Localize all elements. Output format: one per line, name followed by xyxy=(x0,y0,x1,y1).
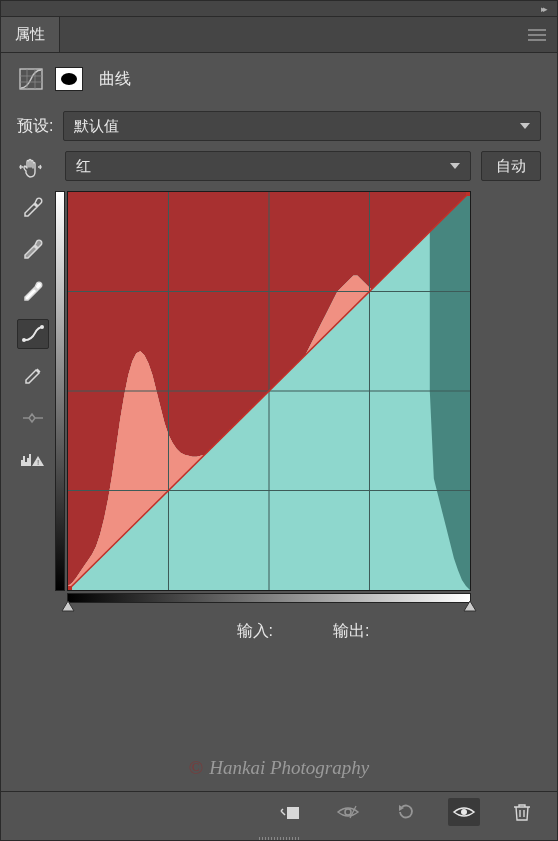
preset-select[interactable]: 默认值 xyxy=(63,111,541,141)
smooth-curve-button[interactable] xyxy=(17,403,49,433)
eyedropper-gray-tool[interactable] xyxy=(17,235,49,265)
adjustment-type-row: 曲线 xyxy=(1,53,557,105)
smooth-icon xyxy=(21,409,45,427)
preset-value: 默认值 xyxy=(74,117,119,136)
white-point-slider[interactable] xyxy=(463,599,477,613)
delete-button[interactable] xyxy=(506,798,538,826)
clip-icon xyxy=(279,803,301,821)
curves-icon xyxy=(19,68,43,90)
output-label: 输出: xyxy=(333,621,369,642)
curves-chart[interactable] xyxy=(67,191,471,591)
pencil-icon xyxy=(23,366,43,386)
histogram-warning-icon: ! xyxy=(20,450,46,470)
svg-marker-23 xyxy=(464,601,476,611)
auto-button[interactable]: 自动 xyxy=(481,151,541,181)
chevron-down-icon xyxy=(520,123,530,129)
black-point-slider[interactable] xyxy=(61,599,75,613)
view-previous-button[interactable] xyxy=(332,798,364,826)
eyedropper-white-tool[interactable] xyxy=(17,277,49,307)
input-output-row: 输入: 输出: xyxy=(65,621,541,642)
input-gradient-strip xyxy=(67,593,471,603)
chart-column: 红 自动 xyxy=(65,151,541,642)
eyedropper-icon xyxy=(22,197,44,219)
svg-rect-24 xyxy=(287,807,299,819)
eyedropper-icon xyxy=(22,239,44,261)
reset-icon xyxy=(396,803,416,821)
tab-label: 属性 xyxy=(15,25,45,44)
hamburger-icon xyxy=(528,29,546,41)
curves-plot-area[interactable] xyxy=(67,191,471,591)
tab-properties[interactable]: 属性 xyxy=(1,17,60,52)
visibility-toggle-button[interactable] xyxy=(448,798,480,826)
panel-header: 属性 xyxy=(1,17,557,53)
panel-collapse-bar[interactable]: ▸▸ xyxy=(1,1,557,17)
channel-value: 红 xyxy=(76,157,91,176)
panel-footer xyxy=(0,791,558,831)
preset-row: 预设: 默认值 xyxy=(1,105,557,147)
eyedropper-icon xyxy=(22,281,44,303)
clip-warning-button[interactable]: ! xyxy=(17,445,49,475)
chevron-down-icon xyxy=(450,163,460,169)
reset-button[interactable] xyxy=(390,798,422,826)
hand-scrubby-icon xyxy=(18,157,44,179)
svg-text:!: ! xyxy=(37,458,39,467)
svg-point-8 xyxy=(22,338,26,342)
curve-points-icon xyxy=(21,325,45,343)
channel-and-tools-row: ! 红 自动 xyxy=(1,147,557,642)
eye-compare-icon xyxy=(336,804,360,820)
trash-icon xyxy=(513,802,531,822)
copyright-symbol: © xyxy=(189,757,203,778)
collapse-chevron-icon: ▸▸ xyxy=(541,4,545,14)
svg-rect-21 xyxy=(466,192,470,196)
output-gradient-strip xyxy=(55,191,65,591)
clip-to-layer-button[interactable] xyxy=(274,798,306,826)
input-label: 输入: xyxy=(237,621,273,642)
draw-curve-tool[interactable] xyxy=(17,361,49,391)
eye-icon xyxy=(452,804,476,820)
watermark: ©Hankai Photography xyxy=(0,757,558,779)
watermark-text: Hankai Photography xyxy=(209,757,369,778)
auto-label: 自动 xyxy=(496,157,526,176)
svg-point-25 xyxy=(345,809,351,815)
targeted-adjustment-tool[interactable] xyxy=(17,155,45,181)
curves-tool-sidebar: ! xyxy=(17,151,51,475)
eyedropper-black-tool[interactable] xyxy=(17,193,49,223)
svg-point-9 xyxy=(40,325,44,329)
svg-marker-22 xyxy=(62,601,74,611)
svg-rect-20 xyxy=(68,586,72,590)
edit-points-tool[interactable] xyxy=(17,319,49,349)
panel-menu-button[interactable] xyxy=(517,17,557,52)
svg-point-27 xyxy=(461,809,467,815)
curves-adjustment-icon[interactable] xyxy=(17,66,45,92)
adjustment-title: 曲线 xyxy=(99,69,131,90)
layer-mask-thumbnail[interactable] xyxy=(55,67,83,91)
curves-svg xyxy=(68,192,470,590)
panel-resize-grip[interactable] xyxy=(249,835,309,841)
channel-select[interactable]: 红 xyxy=(65,151,471,181)
preset-label: 预设: xyxy=(17,116,53,137)
